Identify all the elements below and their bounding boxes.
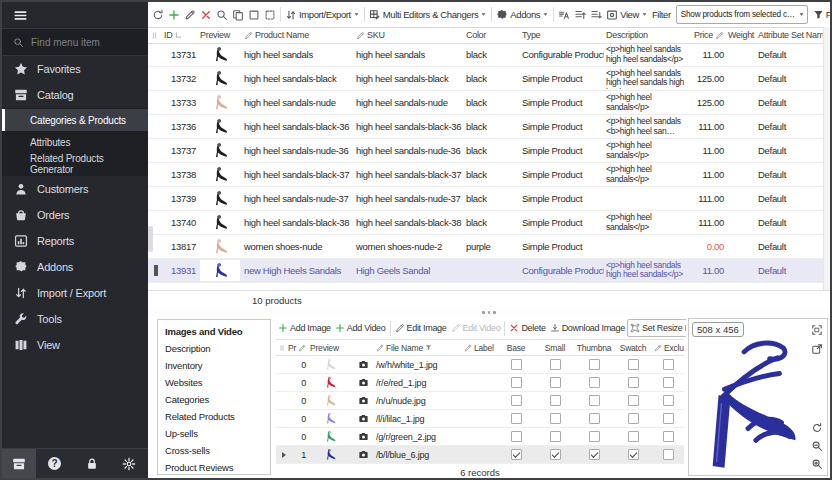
product-row[interactable]: 13733high heel sandals-nudehigh heel san… xyxy=(148,91,824,115)
product-row[interactable]: 13731high heel sandalshigh heel sandalsb… xyxy=(148,43,824,67)
thumbnail-checkbox[interactable] xyxy=(589,359,600,370)
open-external-button[interactable] xyxy=(810,342,824,356)
tab-images-and-video[interactable]: Images and Video xyxy=(158,323,270,340)
small-checkbox[interactable] xyxy=(550,431,561,442)
sidebar-item-catalog[interactable]: Catalog xyxy=(2,82,148,108)
exclude-checkbox[interactable] xyxy=(663,377,674,388)
tab-websites[interactable]: Websites xyxy=(158,374,270,391)
row-marker-column[interactable] xyxy=(276,340,286,355)
vertical-scrollbar[interactable] xyxy=(823,27,830,291)
tab-categories[interactable]: Categories xyxy=(158,391,270,408)
sidebar-item-orders[interactable]: Orders xyxy=(2,202,148,228)
base-checkbox[interactable] xyxy=(511,377,522,388)
toolbar-paste-special-button[interactable] xyxy=(262,3,278,26)
product-row[interactable]: 13732high heel sandals-blackhigh heel sa… xyxy=(148,67,824,91)
filters-menu-button[interactable]: Filters xyxy=(811,3,830,26)
column-header-description[interactable]: Description xyxy=(604,30,692,40)
product-row[interactable]: 13739high heel sandals-nude-37high heel … xyxy=(148,187,824,211)
swatch-checkbox[interactable] xyxy=(628,377,639,388)
product-row[interactable]: 13740high heel sandals-black-38high heel… xyxy=(148,211,824,235)
toolbar-add-button[interactable] xyxy=(166,3,182,26)
exclude-checkbox[interactable] xyxy=(663,413,674,424)
column-header-pr[interactable]: Pr xyxy=(286,340,308,355)
fit-screen-button[interactable] xyxy=(810,323,824,337)
thumbnail-checkbox[interactable] xyxy=(589,395,600,406)
tab-inventory[interactable]: Inventory xyxy=(158,357,270,374)
column-header-camera[interactable] xyxy=(352,340,374,355)
small-checkbox[interactable] xyxy=(550,413,561,424)
thumbnail-checkbox[interactable] xyxy=(589,413,600,424)
sidebar-item-import-export[interactable]: Import / Export xyxy=(2,280,148,306)
column-header-product-name[interactable]: Product Name xyxy=(242,30,354,40)
column-header-price[interactable]: Price xyxy=(692,30,726,40)
small-checkbox[interactable] xyxy=(550,449,561,460)
image-row[interactable]: 0/l/i/lilac_1.jpg xyxy=(276,410,684,428)
toolbar-menu-addons[interactable]: Addons xyxy=(494,3,551,26)
column-header-id[interactable]: ID xyxy=(162,30,198,40)
download-image-button[interactable]: Download Image xyxy=(548,320,627,337)
sidebar-bottom-help-button[interactable]: ? xyxy=(38,449,72,478)
column-header-weight[interactable]: Weight xyxy=(726,30,756,40)
product-row[interactable]: 13738high heel sandals-black-37high heel… xyxy=(148,163,824,187)
add-video-button[interactable]: Add Video xyxy=(333,320,388,337)
toolbar-menu-import-export[interactable]: Import/Export xyxy=(283,3,362,26)
small-checkbox[interactable] xyxy=(550,359,561,370)
column-header-preview[interactable]: Preview xyxy=(198,30,242,40)
swatch-checkbox[interactable] xyxy=(628,359,639,370)
column-header-swatch[interactable]: Swatch xyxy=(614,340,652,355)
swatch-checkbox[interactable] xyxy=(628,431,639,442)
base-checkbox[interactable] xyxy=(511,413,522,424)
tab-up-sells[interactable]: Up-sells xyxy=(158,425,270,442)
toolbar-search-button[interactable] xyxy=(214,3,230,26)
horizontal-splitter[interactable] xyxy=(148,309,830,316)
base-checkbox[interactable] xyxy=(511,449,522,460)
toolbar-menu-view[interactable]: View xyxy=(604,3,650,26)
sidebar-item-favorites[interactable]: Favorites xyxy=(2,56,148,82)
sidebar-bottom-settings-button[interactable] xyxy=(112,449,146,478)
swatch-checkbox[interactable] xyxy=(628,413,639,424)
product-row[interactable]: 13737high heel sandals-nude-36high heel … xyxy=(148,139,824,163)
exclude-checkbox[interactable] xyxy=(663,395,674,406)
sidebar-item-tools[interactable]: Tools xyxy=(2,306,148,332)
sidebar-subitem-attributes[interactable]: Attributes xyxy=(2,131,148,153)
image-row[interactable]: 1/b/l/blue_6.jpg xyxy=(276,446,684,464)
thumbnail-checkbox[interactable] xyxy=(589,431,600,442)
image-row[interactable]: 0/g/r/green_2.jpg xyxy=(276,428,684,446)
sidebar-splitter-handle[interactable] xyxy=(148,226,153,252)
image-row[interactable]: 0/w/h/white_1.jpg xyxy=(276,356,684,374)
sidebar-bottom-lock-button[interactable] xyxy=(75,449,109,478)
toolbar-row-add-bottom-button[interactable] xyxy=(588,3,604,26)
swatch-checkbox[interactable] xyxy=(628,395,639,406)
tab-description[interactable]: Description xyxy=(158,340,270,357)
base-checkbox[interactable] xyxy=(511,431,522,442)
rotate-button[interactable] xyxy=(810,421,824,435)
exclude-checkbox[interactable] xyxy=(663,431,674,442)
toolbar-row-add-top-button[interactable] xyxy=(572,3,588,26)
base-checkbox[interactable] xyxy=(511,395,522,406)
column-header-small[interactable]: Small xyxy=(536,340,574,355)
delete-button[interactable]: Delete xyxy=(507,320,547,337)
sidebar-item-addons[interactable]: Addons xyxy=(2,254,148,280)
toolbar-translate-button[interactable] xyxy=(556,3,572,26)
toolbar-refresh-button[interactable] xyxy=(150,3,166,26)
sidebar-subitem-related-products-generator[interactable]: Related Products Generator xyxy=(2,153,148,175)
thumbnail-checkbox[interactable] xyxy=(589,377,600,388)
column-header-exclude[interactable]: Exclude xyxy=(652,340,684,355)
column-header-label[interactable]: Label xyxy=(462,340,496,355)
thumbnail-checkbox[interactable] xyxy=(589,449,600,460)
edit-image-button[interactable]: Edit Image xyxy=(393,320,449,337)
hamburger-menu-icon[interactable] xyxy=(13,8,28,23)
image-row[interactable]: 0/n/u/nude.jpg xyxy=(276,392,684,410)
exclude-checkbox[interactable] xyxy=(663,359,674,370)
filter-category-select[interactable]: Show products from selected categories xyxy=(676,5,808,24)
column-header-sku[interactable]: SKU xyxy=(354,30,464,40)
product-row[interactable]: 13817women shoes-nudewomen shoes-nude-2p… xyxy=(148,235,824,259)
zoom-in-button[interactable] xyxy=(810,457,824,471)
column-header-file-name[interactable]: File Name xyxy=(374,340,462,355)
product-row[interactable]: 13931new High Heels SandalsHigh Geels Sa… xyxy=(148,259,824,283)
sidebar-item-reports[interactable]: Reports xyxy=(2,228,148,254)
small-checkbox[interactable] xyxy=(550,377,561,388)
sidebar-item-customers[interactable]: Customers xyxy=(2,176,148,202)
edit-video-button[interactable]: Edit Video xyxy=(449,320,503,337)
toolbar-select-box-button[interactable] xyxy=(246,3,262,26)
